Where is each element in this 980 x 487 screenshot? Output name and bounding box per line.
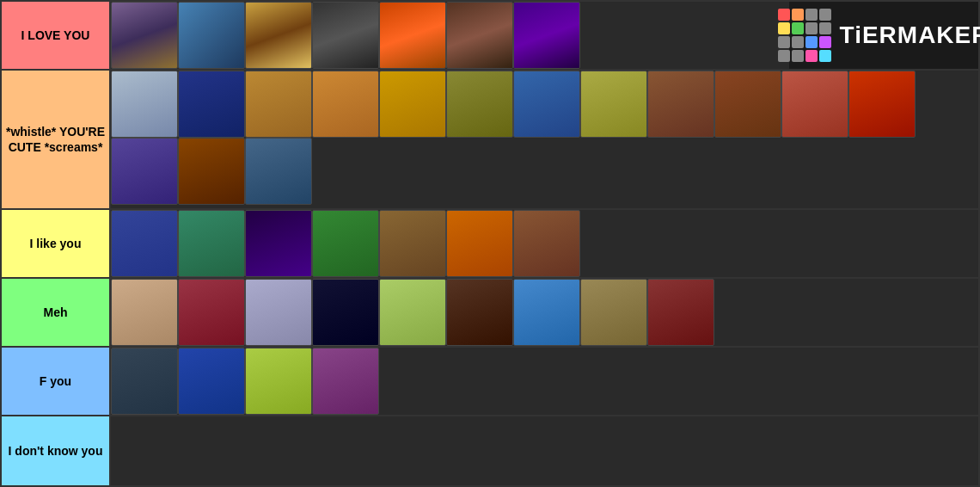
list-item[interactable] [446,71,513,138]
list-item[interactable] [379,210,446,277]
list-item[interactable] [580,279,647,346]
list-item[interactable] [647,71,714,138]
list-item[interactable] [379,71,446,138]
list-item[interactable] [379,2,446,69]
list-item[interactable] [178,348,245,415]
tiermaker-logo: TiERMAKER [789,2,978,69]
list-item[interactable] [312,348,379,415]
list-item[interactable] [245,138,312,205]
logo-grid [778,9,831,62]
tier-label-dontknow: I don't know you [2,416,109,485]
tier-label-like: I like you [2,210,109,277]
list-item[interactable] [379,279,446,346]
list-item[interactable] [245,71,312,138]
tier-items-meh [109,279,978,346]
list-item[interactable] [111,138,178,205]
tier-items-like [109,210,978,277]
list-item[interactable] [111,348,178,415]
list-item[interactable] [178,279,245,346]
list-item[interactable] [312,2,379,69]
list-item[interactable] [312,71,379,138]
tier-row-meh: Meh [2,279,978,348]
list-item[interactable] [580,71,647,138]
tier-row-dontknow: I don't know you [2,416,978,485]
list-item[interactable] [647,279,714,346]
list-item[interactable] [178,210,245,277]
list-item[interactable] [178,71,245,138]
list-item[interactable] [245,348,312,415]
list-item[interactable] [178,138,245,205]
tier-row-whistle: *whistle* YOU'RE CUTE *screams* [2,71,978,210]
tier-label-whistle: *whistle* YOU'RE CUTE *screams* [2,71,109,208]
list-item[interactable] [178,2,245,69]
list-item[interactable] [245,2,312,69]
list-item[interactable] [513,210,580,277]
tier-row-like: I like you [2,210,978,279]
list-item[interactable] [446,2,513,69]
tier-items-fyou [109,348,978,415]
tier-label-love: I LOVE YOU [2,2,109,69]
list-item[interactable] [245,279,312,346]
list-item[interactable] [513,279,580,346]
list-item[interactable] [513,71,580,138]
tier-label-meh: Meh [2,279,109,346]
list-item[interactable] [446,279,513,346]
list-item[interactable] [312,279,379,346]
list-item[interactable] [781,71,848,138]
tier-row-fyou: F you [2,348,978,416]
tier-label-fyou: F you [2,348,109,415]
list-item[interactable] [111,279,178,346]
list-item[interactable] [111,71,178,138]
logo-text: TiERMAKER [840,22,980,49]
list-item[interactable] [513,2,580,69]
list-item[interactable] [111,2,178,69]
list-item[interactable] [245,210,312,277]
list-item[interactable] [714,71,781,138]
tier-items-dontknow [109,416,978,485]
tier-list: TiERMAKER I LOVE YOU [0,0,980,487]
list-item[interactable] [848,71,916,138]
tier-items-whistle [109,71,978,208]
list-item[interactable] [111,210,178,277]
list-item[interactable] [312,210,379,277]
list-item[interactable] [446,210,513,277]
